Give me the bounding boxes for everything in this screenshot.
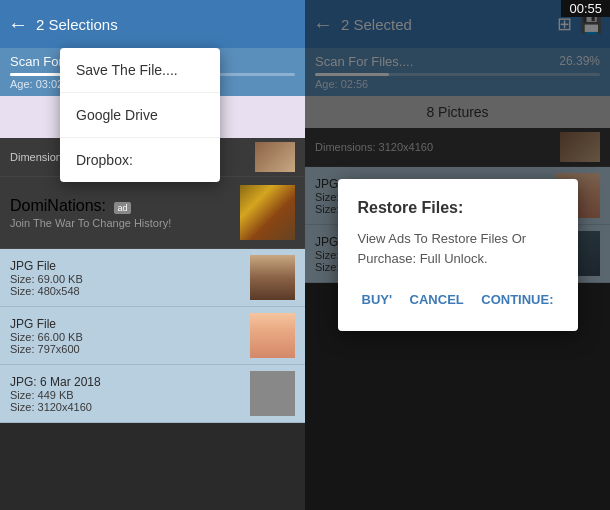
modal-buy-button[interactable]: BUY' [358,288,397,311]
left-ad-info: DomiNations: ad Join The War To Change H… [10,197,240,229]
left-file-title-1: JPG File [10,259,250,273]
modal-overlay: Restore Files: View Ads To Restore Files… [305,0,610,510]
left-ad-subtitle: Join The War To Change History! [10,217,240,229]
left-file-size-2: Size: 66.00 KB [10,331,250,343]
left-file-dim-2: Size: 797x600 [10,343,250,355]
context-menu-item-dropbox[interactable]: Dropbox: [60,138,220,182]
modal-body: View Ads To Restore Files Or Purchase: F… [358,229,558,268]
modal-title: Restore Files: [358,199,558,217]
left-file-size-1: Size: 69.00 KB [10,273,250,285]
left-file-title-3: JPG: 6 Mar 2018 [10,375,250,389]
left-file-dim-1: Size: 480x548 [10,285,250,297]
modal-box: Restore Files: View Ads To Restore Files… [338,179,578,331]
back-button[interactable]: ← [8,13,28,36]
left-dimension-thumb [255,142,295,172]
left-ad-title-text: DomiNations: [10,197,106,214]
left-file-info-2: JPG File Size: 66.00 KB Size: 797x600 [10,317,250,355]
context-menu: Save The File.... Google Drive Dropbox: [60,48,220,182]
left-thumb-img-1 [250,255,295,300]
context-menu-item-save[interactable]: Save The File.... [60,48,220,93]
left-top-bar: ← 2 Selections [0,0,305,48]
context-menu-item-gdrive[interactable]: Google Drive [60,93,220,138]
left-panel-title: 2 Selections [36,16,297,33]
left-file-thumb-3 [250,371,295,416]
left-file-title-2: JPG File [10,317,250,331]
modal-continue-button[interactable]: CONTINUE: [477,288,557,311]
left-file-info-1: JPG File Size: 69.00 KB Size: 480x548 [10,259,250,297]
left-ad-title: DomiNations: ad [10,197,240,215]
left-ad-row[interactable]: DomiNations: ad Join The War To Change H… [0,177,305,249]
left-ad-thumb [240,185,295,240]
left-file-row-3[interactable]: JPG: 6 Mar 2018 Size: 449 KB Size: 3120x… [0,365,305,423]
left-file-dim-3: Size: 3120x4160 [10,401,250,413]
left-file-info-3: JPG: 6 Mar 2018 Size: 449 KB Size: 3120x… [10,375,250,413]
modal-cancel-button[interactable]: CANCEL [406,288,468,311]
left-ad-badge: ad [114,202,130,214]
left-ad-image [240,185,295,240]
left-thumb-img-2 [250,313,295,358]
status-bar: 00:55 [561,0,610,17]
left-file-thumb-1 [250,255,295,300]
left-file-row-1[interactable]: JPG File Size: 69.00 KB Size: 480x548 [0,249,305,307]
left-file-row-2[interactable]: JPG File Size: 66.00 KB Size: 797x600 [0,307,305,365]
left-panel: ← 2 Selections Scan For Files.... Age: 0… [0,0,305,510]
left-file-thumb-2 [250,313,295,358]
right-panel: ← 2 Selected ⊞ 💾 Scan For Files.... 26.3… [305,0,610,510]
left-file-size-3: Size: 449 KB [10,389,250,401]
left-thumb-img-3 [250,371,295,416]
modal-actions: BUY' CANCEL CONTINUE: [358,288,558,311]
